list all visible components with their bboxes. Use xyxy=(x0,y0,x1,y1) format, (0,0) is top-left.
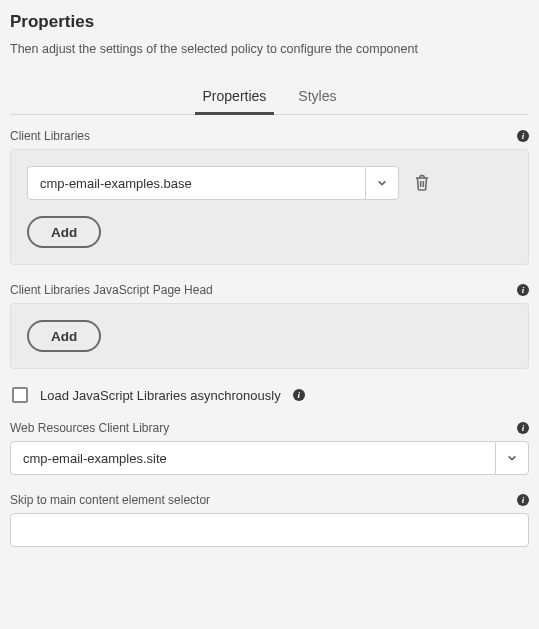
client-library-row xyxy=(27,166,512,200)
info-icon[interactable]: i xyxy=(517,284,529,296)
load-async-label: Load JavaScript Libraries asynchronously xyxy=(40,388,281,403)
delete-icon[interactable] xyxy=(411,172,433,194)
client-library-input[interactable] xyxy=(27,166,365,200)
skip-selector-input[interactable] xyxy=(10,513,529,547)
section-skip-selector: Skip to main content element selector i xyxy=(10,493,529,547)
js-page-head-label: Client Libraries JavaScript Page Head xyxy=(10,283,213,297)
page-subtitle: Then adjust the settings of the selected… xyxy=(10,42,529,56)
tab-styles[interactable]: Styles xyxy=(296,80,338,114)
web-resources-input[interactable] xyxy=(10,441,495,475)
info-icon[interactable]: i xyxy=(293,389,305,401)
client-library-combo xyxy=(27,166,399,200)
add-js-page-head-button[interactable]: Add xyxy=(27,320,101,352)
tabs: Properties Styles xyxy=(10,80,529,115)
section-js-page-head: Client Libraries JavaScript Page Head i … xyxy=(10,283,529,369)
section-client-libraries: Client Libraries i Add xyxy=(10,129,529,265)
skip-selector-label: Skip to main content element selector xyxy=(10,493,210,507)
chevron-down-icon[interactable] xyxy=(495,441,529,475)
info-icon[interactable]: i xyxy=(517,422,529,434)
load-async-checkbox[interactable] xyxy=(12,387,28,403)
web-resources-label: Web Resources Client Library xyxy=(10,421,169,435)
page-title: Properties xyxy=(10,12,529,32)
tab-properties[interactable]: Properties xyxy=(201,80,269,114)
info-icon[interactable]: i xyxy=(517,130,529,142)
section-web-resources: Web Resources Client Library i xyxy=(10,421,529,475)
info-icon[interactable]: i xyxy=(517,494,529,506)
web-resources-combo xyxy=(10,441,529,475)
client-libraries-label: Client Libraries xyxy=(10,129,90,143)
chevron-down-icon[interactable] xyxy=(365,166,399,200)
load-async-row: Load JavaScript Libraries asynchronously… xyxy=(10,387,529,403)
add-client-library-button[interactable]: Add xyxy=(27,216,101,248)
js-page-head-panel: Add xyxy=(10,303,529,369)
client-libraries-panel: Add xyxy=(10,149,529,265)
